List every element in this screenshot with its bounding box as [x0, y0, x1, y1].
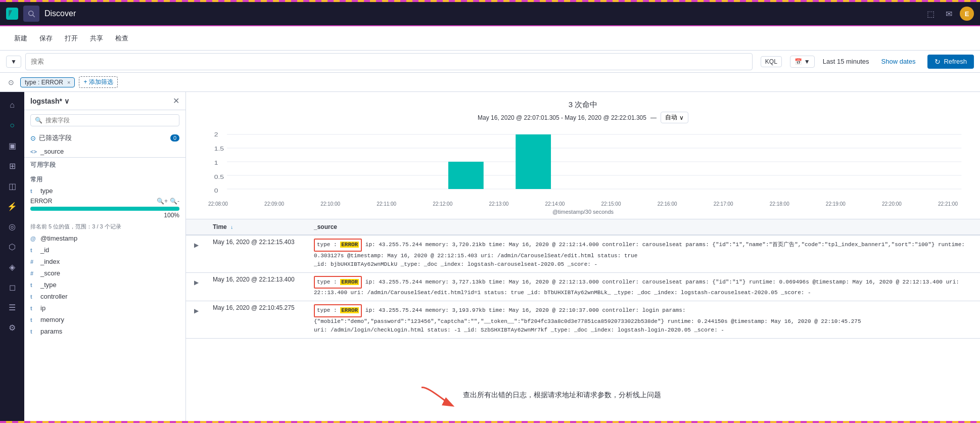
field-search-input[interactable] — [45, 117, 175, 124]
row-expand-cell-1[interactable]: ▶ — [186, 235, 207, 272]
table-header: Time ↓ _source — [186, 219, 980, 235]
save-button[interactable]: 保存 — [33, 30, 59, 47]
chart-auto-label: 自动 — [665, 113, 677, 122]
score-field-item[interactable]: # _score — [24, 267, 185, 279]
row-expand-button-2[interactable]: ▶ — [192, 276, 201, 289]
memory-type-icon: t — [30, 317, 37, 323]
id-type-icon: t — [30, 247, 37, 253]
source-error-kw-2: ERROR — [340, 279, 359, 285]
inspect-button[interactable]: 检查 — [109, 30, 134, 47]
type-field-item[interactable]: t type — [24, 185, 185, 197]
timestamp-type-icon: @ — [30, 236, 37, 242]
field-search-wrap[interactable]: 🔍 — [30, 114, 179, 126]
sidebar-header: logstash* ∨ ✕ — [24, 92, 185, 110]
source-uri-2: 22:⁠:13.400 uri: /admin/CarouselSeat/edi… — [314, 290, 811, 296]
chart-svg-wrap: 2 1.5 1 0.5 0 — [198, 129, 968, 200]
x-label-7: 22:15:00 — [601, 201, 621, 207]
field-note: 排名前 5 位的值，范围：3 / 3 个记录 — [24, 223, 185, 232]
display-icon[interactable]: ⬚ — [923, 7, 938, 21]
show-dates-button[interactable]: Show dates — [877, 56, 920, 67]
ip-field-item[interactable]: t ip — [24, 302, 185, 314]
discover-nav-icon[interactable]: ○ — [3, 116, 21, 134]
time-col-header[interactable]: Time ↓ — [207, 219, 308, 235]
svg-text:0.5: 0.5 — [214, 174, 224, 180]
open-button[interactable]: 打开 — [59, 30, 84, 47]
index-pattern-selector[interactable]: logstash* ∨ — [30, 97, 69, 105]
chart-x-labels: 22:08:00 22:09:00 22:10:00 22:11:00 22:1… — [198, 201, 968, 207]
time-range-button[interactable]: Last 15 minutes — [819, 56, 873, 67]
apm-nav-icon[interactable]: ◈ — [3, 258, 21, 276]
search-input-wrap[interactable] — [25, 53, 753, 70]
x-label-9: 22:17:00 — [714, 201, 733, 207]
error-magnify-plus-icon[interactable]: 🔍+ — [157, 198, 168, 205]
row-source-1: type : ERROR ip: 43.255.75.244 memory: 3… — [308, 235, 980, 272]
error-magnify-minus-icon[interactable]: 🔍- — [170, 198, 179, 205]
graph-nav-icon[interactable]: ⬡ — [3, 238, 21, 256]
x-label-6: 22:14:00 — [545, 201, 565, 207]
source-type-kw-2: type : — [317, 279, 337, 285]
stack-nav-icon[interactable]: ☰ — [3, 298, 21, 316]
memory-field-item[interactable]: t memory — [24, 314, 185, 325]
home-icon[interactable]: ⌂ — [3, 96, 21, 114]
ml-nav-icon[interactable]: ⚡ — [3, 197, 21, 215]
sidebar: logstash* ∨ ✕ 🔍 ⊙ 已筛选字段 0 <> _sourc — [24, 92, 186, 423]
doctype-type-icon: t — [30, 282, 37, 288]
chart-auto-button[interactable]: 自动 ∨ — [661, 112, 688, 123]
index-picker-button[interactable]: ▼ — [6, 56, 21, 68]
kql-badge[interactable]: KQL — [761, 56, 782, 67]
time-col-label: Time — [213, 223, 227, 230]
new-button[interactable]: 新建 — [8, 30, 33, 47]
add-filter-button[interactable]: + 添加筛选 — [79, 76, 117, 88]
table-area[interactable]: Time ↓ _source ▶ May 16, 2020 — [186, 219, 980, 423]
source-col-label: _source — [314, 223, 337, 230]
doctype-field-item[interactable]: t _type — [24, 279, 185, 291]
source-rest-3: ip: 43.255.75.244 memory: 3,193.97kb tim… — [365, 307, 686, 313]
refresh-icon: ↻ — [935, 58, 941, 66]
index-chevron-icon: ∨ — [64, 97, 69, 105]
maps-nav-icon[interactable]: ◎ — [3, 217, 21, 236]
calendar-button[interactable]: 📅 ▼ — [790, 56, 815, 68]
id-field-item[interactable]: t _id — [24, 244, 185, 256]
row-expand-cell-2[interactable]: ▶ — [186, 272, 207, 301]
share-button[interactable]: 共享 — [84, 30, 109, 47]
sidebar-search[interactable]: 🔍 — [24, 110, 185, 130]
timestamp-field-item[interactable]: @ @timestamp — [24, 232, 185, 244]
index-field-item[interactable]: # _index — [24, 256, 185, 267]
search-bar: ▼ KQL 📅 ▼ Last 15 minutes Show dates ↻ R… — [0, 51, 980, 73]
common-label: 常用 — [24, 172, 185, 185]
active-filter-chip[interactable]: type : ERROR × — [20, 77, 75, 87]
selected-fields-header[interactable]: ⊙ 已筛选字段 0 — [24, 130, 185, 146]
filter-chip-close[interactable]: × — [67, 79, 70, 85]
source-type-kw-1: type : — [317, 242, 337, 248]
row-source-3: type : ERROR ip: 43.255.75.244 memory: 3… — [308, 301, 980, 338]
source-error-kw-3: ERROR — [340, 307, 359, 313]
row-expand-cell-3[interactable]: ▶ — [186, 301, 207, 338]
selected-fields-label: 已筛选字段 — [39, 133, 72, 143]
filter-options-button[interactable]: ⊙ — [6, 77, 16, 87]
canvas-nav-icon[interactable]: ◫ — [3, 177, 21, 195]
source-field-name: _source — [40, 148, 179, 155]
hit-label: 次命中 — [575, 100, 597, 109]
row-expand-button-1[interactable]: ▶ — [192, 239, 201, 252]
x-label-12: 22:20:00 — [882, 201, 902, 207]
visualize-nav-icon[interactable]: ▣ — [3, 136, 21, 155]
params-type-icon: t — [30, 328, 37, 335]
source-field-item[interactable]: <> _source — [24, 146, 185, 157]
row-expand-button-3[interactable]: ▶ — [192, 304, 201, 317]
error-field-header: ERROR 🔍+ 🔍- — [30, 198, 179, 205]
source-uri-3: uri: /admin/login/checkLogin.html status… — [314, 327, 724, 333]
sidebar-close-button[interactable]: ✕ — [173, 96, 179, 106]
search-input[interactable] — [31, 58, 747, 65]
user-avatar[interactable]: E — [960, 7, 974, 21]
dashboard-nav-icon[interactable]: ⊞ — [3, 157, 21, 175]
settings-nav-icon[interactable]: ⚙ — [3, 318, 21, 337]
dev-nav-icon[interactable]: ◻ — [3, 278, 21, 296]
mail-icon[interactable]: ✉ — [942, 7, 956, 21]
stripe-bottom — [0, 421, 980, 423]
controller-field-item[interactable]: t controller — [24, 291, 185, 302]
index-type-icon: # — [30, 259, 37, 265]
row-time-3: May 16, 2020 @ 22:10:45.275 — [207, 301, 308, 338]
refresh-button[interactable]: ↻ Refresh — [927, 55, 974, 69]
main-layout: ⌂ ○ ▣ ⊞ ◫ ⚡ ◎ ⬡ ◈ ◻ ☰ ⚙ logstash* ∨ ✕ 🔍 — [0, 92, 980, 423]
params-field-item[interactable]: t params — [24, 325, 185, 337]
